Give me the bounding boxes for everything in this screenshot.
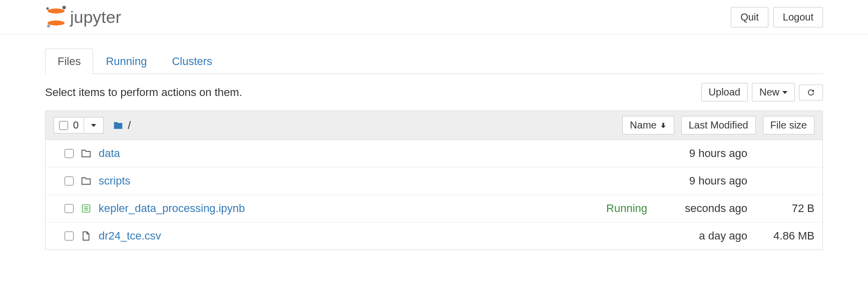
file-size: 72 B — [754, 202, 814, 215]
list-item: kepler_data_processing.ipynb Running sec… — [46, 195, 822, 222]
notebook-icon — [81, 204, 92, 214]
list-header: 0 / Name Last Modified File size — [45, 110, 823, 140]
caret-down-icon — [91, 124, 96, 127]
col-header-name[interactable]: Name — [622, 116, 674, 134]
file-modified: 9 hours ago — [657, 147, 747, 160]
svg-point-3 — [63, 6, 66, 10]
folder-root-icon[interactable] — [113, 120, 124, 130]
tab-files[interactable]: Files — [45, 48, 93, 74]
svg-text:jupyter: jupyter — [70, 8, 121, 26]
file-link[interactable]: scripts — [99, 174, 650, 188]
list-item: scripts 9 hours ago — [46, 168, 822, 195]
file-size: 4.86 MB — [754, 230, 814, 242]
select-all-group[interactable]: 0 — [54, 117, 84, 134]
refresh-icon — [806, 88, 815, 97]
col-header-modified[interactable]: Last Modified — [681, 116, 756, 134]
select-all-checkbox[interactable] — [59, 121, 68, 130]
folder-icon — [81, 148, 92, 158]
toolbar-right: Upload New — [701, 83, 823, 102]
logo[interactable]: jupyter — [45, 5, 140, 29]
logout-button[interactable]: Logout — [773, 7, 823, 28]
row-checkbox[interactable] — [65, 176, 74, 186]
row-checkbox[interactable] — [65, 232, 74, 240]
column-headers: Name Last Modified File size — [622, 116, 814, 134]
header-buttons: Quit Logout — [731, 7, 823, 28]
file-list: data 9 hours ago scripts 9 hours ago kep… — [45, 140, 823, 250]
quit-button[interactable]: Quit — [731, 7, 768, 28]
file-modified: 9 hours ago — [657, 174, 747, 188]
svg-point-2 — [47, 8, 49, 10]
tab-clusters[interactable]: Clusters — [159, 48, 225, 74]
upload-button[interactable]: Upload — [701, 83, 748, 102]
folder-icon — [81, 176, 92, 186]
arrow-down-icon — [660, 122, 667, 129]
file-link[interactable]: data — [99, 147, 650, 160]
row-checkbox[interactable] — [65, 204, 74, 213]
main-container: Files Running Clusters Select items to p… — [0, 48, 868, 250]
list-item: data 9 hours ago — [46, 140, 822, 168]
svg-point-4 — [47, 24, 50, 28]
svg-point-1 — [48, 20, 65, 26]
selected-count: 0 — [73, 120, 79, 131]
list-item: dr24_tce.csv a day ago 4.86 MB — [46, 222, 822, 250]
jupyter-logo-icon: jupyter — [45, 5, 140, 29]
svg-point-0 — [48, 8, 65, 14]
file-modified: seconds ago — [657, 202, 747, 215]
file-link[interactable]: dr24_tce.csv — [99, 230, 650, 242]
tab-running[interactable]: Running — [93, 48, 159, 74]
file-status: Running — [606, 202, 647, 215]
file-icon — [81, 230, 92, 242]
breadcrumb: / — [113, 119, 131, 132]
new-button[interactable]: New — [752, 83, 795, 102]
select-dropdown-button[interactable] — [84, 117, 104, 134]
col-header-size[interactable]: File size — [763, 116, 814, 134]
tabs: Files Running Clusters — [45, 48, 823, 74]
caret-down-icon — [782, 91, 787, 94]
toolbar: Select items to perform actions on them.… — [45, 74, 823, 110]
col-header-name-label: Name — [630, 120, 656, 131]
new-button-label: New — [759, 86, 779, 98]
breadcrumb-root[interactable]: / — [128, 119, 131, 132]
file-modified: a day ago — [657, 230, 747, 242]
file-link[interactable]: kepler_data_processing.ipynb — [99, 202, 599, 215]
toolbar-hint: Select items to perform actions on them. — [45, 86, 242, 99]
refresh-button[interactable] — [799, 84, 823, 100]
row-checkbox[interactable] — [65, 149, 74, 158]
header: jupyter Quit Logout — [0, 0, 868, 34]
